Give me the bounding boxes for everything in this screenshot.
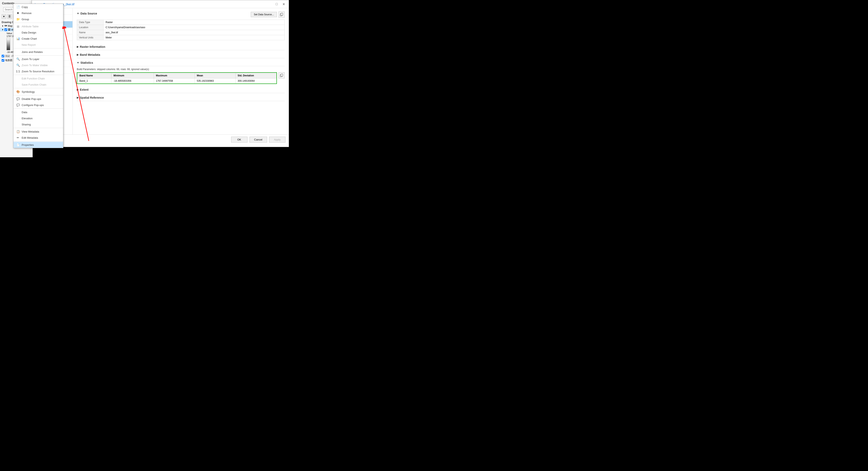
menu-copy[interactable]: 📄 Copy	[13, 4, 63, 10]
prop-key-location: Location	[77, 25, 103, 30]
menu-zoom-visible: 🔍 Zoom To Make Visible	[13, 62, 63, 68]
database-icon[interactable]: 🗄	[7, 14, 12, 19]
prop-val-vertical: Meter	[103, 35, 285, 40]
menu-group[interactable]: 📁 Group	[13, 16, 63, 22]
statistics-section-header[interactable]: ▼ Statistics	[77, 59, 285, 66]
stats-section: Band Name Minimum Maximum Mean Std. Devi…	[77, 72, 285, 84]
menu-configure-popups[interactable]: 💬 Configure Pop-ups	[13, 102, 63, 108]
extent-section[interactable]: ▶ Extent	[77, 86, 285, 93]
menu-elevation-label: Elevation	[22, 117, 32, 120]
copy-icon: 📄	[16, 5, 20, 9]
extent-title: Extent	[80, 88, 89, 91]
menu-data-design[interactable]: Data Design	[13, 29, 63, 35]
prop-key-name: Name	[77, 30, 103, 35]
minimize-button[interactable]: □	[274, 2, 279, 6]
layer-aso-checkbox[interactable]	[4, 28, 7, 31]
menu-copy-label: Copy	[22, 5, 28, 8]
zoom-layer-icon: 🔍	[16, 57, 20, 61]
map-icon: 🗺	[4, 25, 7, 27]
menu-edit-metadata[interactable]: ✏ Edit Metadata	[13, 135, 63, 141]
layer-chikeizu-checkbox[interactable]	[2, 59, 4, 62]
divider-1	[13, 23, 63, 23]
close-button[interactable]: ✕	[281, 2, 286, 6]
filter-icon[interactable]: ▼	[2, 14, 6, 19]
raster-info-section[interactable]: ▶ Raster Information	[77, 43, 285, 50]
sharing-icon	[16, 122, 20, 126]
menu-data-design-label: Data Design	[22, 31, 36, 34]
statistics-title: Statistics	[81, 61, 93, 64]
data-source-toggle[interactable]: ▼	[77, 12, 79, 15]
joins-icon	[16, 50, 20, 54]
disable-popups-icon: 💬	[16, 97, 20, 101]
menu-data-label: Data	[22, 111, 27, 114]
menu-save-function-label: Save Function Chain	[22, 83, 46, 86]
prop-val-name: aso_2kei.tif	[103, 30, 285, 35]
data-source-title: Data Source	[81, 12, 97, 15]
layer-chuki-checkbox[interactable]	[2, 55, 4, 57]
save-function-icon	[16, 83, 20, 87]
data-source-header: ▼ Data Source	[77, 12, 251, 15]
raster-icon: 🖼	[8, 28, 10, 31]
menu-remove[interactable]: ✖ Remove	[13, 10, 63, 16]
menu-view-metadata[interactable]: 📋 View Metadata	[13, 128, 63, 135]
zoom-visible-icon: 🔍	[16, 63, 20, 67]
attribute-table-icon: ▦	[16, 24, 20, 28]
layer-expand-arrow: ▼	[2, 29, 4, 31]
col-minimum: Minimum	[111, 73, 154, 79]
copy-datasource-button[interactable]	[279, 11, 285, 18]
menu-create-chart[interactable]: 📊 Create Chart	[13, 35, 63, 42]
dialog-content: ▼ Data Source Set Data Source... Data Ty…	[73, 8, 289, 135]
menu-zoom-visible-label: Zoom To Make Visible	[22, 64, 48, 67]
menu-zoom-layer[interactable]: 🔍 Zoom To Layer	[13, 56, 63, 62]
menu-zoom-source-label: Zoom To Source Resolution	[22, 70, 54, 73]
stats-table: Band Name Minimum Maximum Mean Std. Devi…	[77, 73, 276, 84]
band-metadata-title: Band Metadata	[80, 53, 100, 56]
divider-2	[13, 48, 63, 49]
spatial-ref-section[interactable]: ▶ Spatial Reference	[77, 94, 285, 101]
new-report-icon	[16, 43, 20, 47]
menu-attribute-table-label: Attribute Table	[22, 25, 39, 28]
context-menu: 📄 Copy ✖ Remove 📁 Group ▦ Attribute Tabl…	[13, 4, 63, 148]
menu-properties[interactable]: 📄 Properties	[13, 142, 63, 148]
divider-6	[13, 95, 63, 95]
menu-data[interactable]: Data	[13, 109, 63, 115]
stats-minimum: -18.4855003356	[111, 79, 154, 84]
table-row: Vertical Units Meter	[77, 35, 285, 40]
band-metadata-section[interactable]: ▶ Band Metadata	[77, 52, 285, 58]
menu-zoom-source[interactable]: 1:1 Zoom To Source Resolution	[13, 68, 63, 75]
menu-joins-relates[interactable]: Joins and Relates	[13, 49, 63, 55]
stats-mean: 535.192330983	[194, 79, 236, 84]
dialog-footer: OK Cancel Apply	[32, 135, 289, 145]
col-maximum: Maximum	[154, 73, 194, 79]
band-metadata-toggle: ▶	[77, 53, 79, 56]
remove-icon: ✖	[16, 11, 20, 15]
menu-zoom-layer-label: Zoom To Layer	[22, 58, 39, 61]
cancel-button[interactable]: Cancel	[250, 137, 267, 143]
apply-button: Apply	[269, 137, 285, 143]
stats-maximum: 1767.34997558	[154, 79, 194, 84]
svg-rect-5	[281, 74, 283, 76]
table-row: Data Type Raster	[77, 20, 285, 25]
menu-create-chart-label: Create Chart	[22, 37, 37, 40]
table-row: Location C:\Users\hyama\Downloads\aso\as…	[77, 25, 285, 30]
menu-sharing[interactable]: Sharing	[13, 121, 63, 127]
menu-symbology[interactable]: 🎨 Symbology	[13, 89, 63, 95]
stats-header-row: Band Name Minimum Maximum Mean Std. Devi…	[78, 73, 276, 79]
menu-disable-popups[interactable]: 💬 Disable Pop-ups	[13, 96, 63, 102]
edit-function-icon	[16, 77, 20, 81]
menu-new-report-label: New Report	[22, 43, 36, 47]
elevation-icon	[16, 116, 20, 120]
create-chart-icon: 📊	[16, 36, 20, 41]
divider-3	[13, 55, 63, 56]
ok-button[interactable]: OK	[231, 137, 247, 143]
map-expand-arrow: ▼	[2, 25, 4, 27]
raster-info-title: Raster Information	[80, 45, 105, 49]
group-icon: 📁	[16, 17, 20, 21]
stats-table-wrapper: Band Name Minimum Maximum Mean Std. Devi…	[77, 72, 277, 84]
dialog-body: General Metadata Source Elevation Displa…	[32, 8, 289, 135]
menu-elevation[interactable]: Elevation	[13, 115, 63, 121]
copy-stats-button[interactable]	[279, 72, 285, 79]
set-datasource-button[interactable]: Set Data Source...	[251, 12, 277, 17]
menu-group-label: Group	[22, 18, 29, 21]
menu-edit-function-label: Edit Function Chain	[22, 77, 45, 80]
